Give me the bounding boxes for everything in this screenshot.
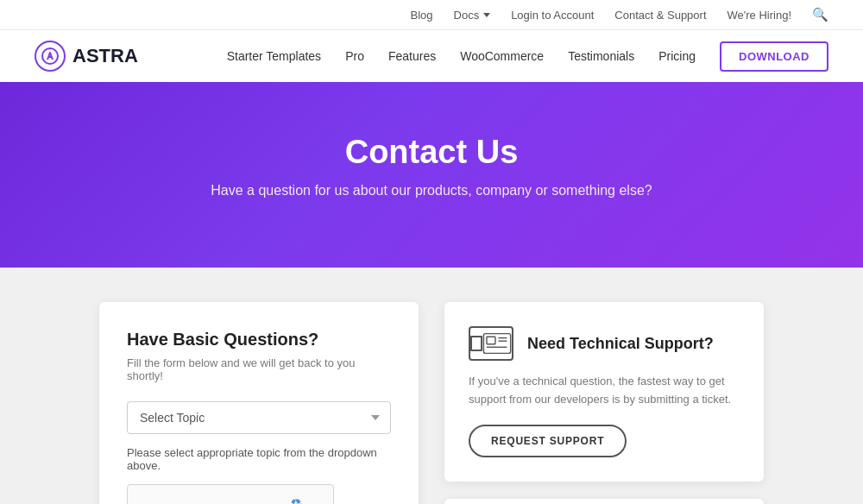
support-icon-svg xyxy=(482,328,512,359)
hero-section: Contact Us Have a question for us about … xyxy=(0,82,863,268)
content-area: Have Basic Questions? Fill the form belo… xyxy=(0,268,863,504)
hiring-link[interactable]: We're Hiring! xyxy=(728,9,791,22)
logo[interactable]: ASTRA xyxy=(35,41,138,72)
hero-title: Contact Us xyxy=(35,134,828,171)
form-hint: Please select appropriate topic from the… xyxy=(127,446,391,472)
right-column: Need Technical Support? If you've a tech… xyxy=(444,302,764,504)
support-desc: If you've a technical question, the fast… xyxy=(469,373,740,409)
search-button[interactable]: 🔍 xyxy=(812,7,828,22)
support-title: Need Technical Support? xyxy=(527,335,714,353)
ticket-icon xyxy=(469,326,513,361)
recaptcha-widget: I'm not a robot ♻ reCAPTCHA Privacy - Te… xyxy=(127,484,334,504)
card-subtitle: Fill the form below and we will get back… xyxy=(127,356,391,382)
contact-link[interactable]: Contact & Support xyxy=(614,9,706,22)
support-card: Need Technical Support? If you've a tech… xyxy=(444,302,764,482)
logo-circle xyxy=(35,41,66,72)
nav-features[interactable]: Features xyxy=(388,49,436,63)
card-title: Have Basic Questions? xyxy=(127,330,391,350)
nav-testimonials[interactable]: Testimonials xyxy=(568,49,634,63)
topic-select[interactable]: Select Topic General Question Technical … xyxy=(127,401,391,434)
nav-starter-templates[interactable]: Starter Templates xyxy=(227,49,321,63)
svg-rect-2 xyxy=(487,337,495,344)
logo-text: ASTRA xyxy=(72,45,138,67)
request-support-button[interactable]: REQUEST SUPPORT xyxy=(469,425,627,457)
hero-subtitle: Have a question for us about our product… xyxy=(35,183,828,198)
docs-chevron-icon xyxy=(483,13,490,17)
download-button[interactable]: DOWNLOAD xyxy=(720,41,828,72)
top-bar: Blog Docs Login to Account Contact & Sup… xyxy=(0,0,863,30)
blog-link[interactable]: Blog xyxy=(410,9,432,22)
nav-woocommerce[interactable]: WooCommerce xyxy=(460,49,544,63)
logo-icon xyxy=(41,47,60,66)
community-card: ☆☆☆ Join The Astra Community! Join the c… xyxy=(444,499,764,504)
nav-pro[interactable]: Pro xyxy=(345,49,364,63)
login-link[interactable]: Login to Account xyxy=(511,9,594,22)
nav-pricing[interactable]: Pricing xyxy=(658,49,696,63)
main-nav: ASTRA Starter Templates Pro Features Woo… xyxy=(0,30,863,82)
nav-links: Starter Templates Pro Features WooCommer… xyxy=(227,41,828,72)
docs-link[interactable]: Docs xyxy=(454,9,491,22)
basic-questions-card: Have Basic Questions? Fill the form belo… xyxy=(99,302,419,504)
recaptcha-icon: ♻ xyxy=(287,497,305,504)
